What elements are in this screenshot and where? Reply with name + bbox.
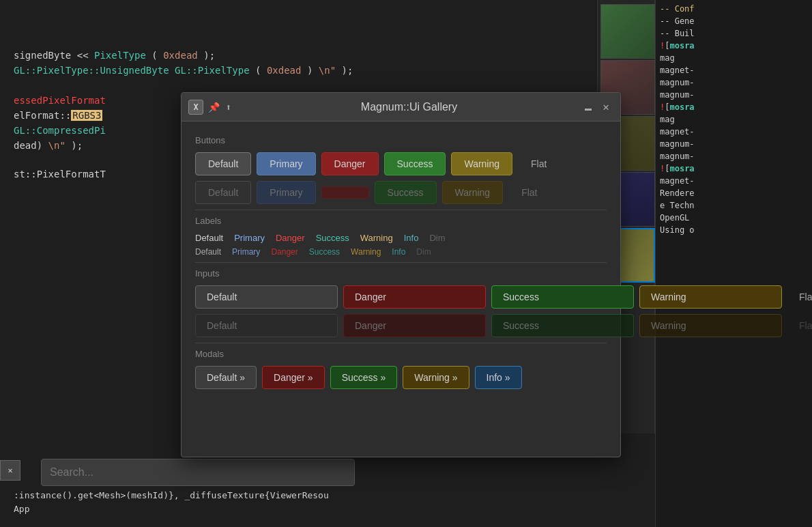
input-danger-dim — [343, 314, 486, 337]
buttons-section-label: Buttons — [195, 135, 607, 145]
buttons-row-1: Default Primary Danger Success Warning F… — [195, 152, 607, 175]
button-warning-dim: Warning — [442, 181, 504, 204]
button-success[interactable]: Success — [384, 152, 446, 175]
button-flat-dim: Flat — [508, 181, 550, 204]
pin-icon[interactable]: 📌 — [207, 101, 220, 113]
modal-btn-default[interactable]: Default » — [195, 366, 257, 389]
button-primary[interactable]: Primary — [257, 152, 315, 175]
inputs-row-2 — [195, 314, 607, 337]
button-success-dim: Success — [375, 181, 437, 204]
search-bar — [41, 459, 355, 486]
input-flat-dim — [787, 314, 812, 337]
button-danger[interactable]: Danger — [321, 152, 379, 175]
button-default[interactable]: Default — [195, 152, 251, 175]
input-warning-dim — [639, 314, 782, 337]
label-success: Success — [316, 233, 349, 243]
label-warning: Warning — [360, 233, 393, 243]
button-danger-dim — [321, 186, 369, 199]
labels-row-1: Default Primary Danger Success Warning I… — [195, 233, 607, 243]
input-success-dim — [491, 314, 634, 337]
label-info-sm: Info — [392, 247, 405, 257]
close-x-button[interactable]: ✕ — [0, 460, 20, 481]
input-default[interactable] — [195, 285, 338, 309]
window-icon: X — [188, 100, 203, 115]
right-panel-content: -- Conf -- Gene -- Buil ![mosra mag magn… — [660, 3, 808, 236]
labels-row-2: Default Primary Danger Success Warning I… — [195, 247, 607, 257]
label-dim: Dim — [429, 233, 445, 243]
modal-btn-danger[interactable]: Danger » — [262, 366, 325, 389]
search-input[interactable] — [50, 466, 346, 479]
divider-3 — [195, 343, 607, 343]
button-flat[interactable]: Flat — [518, 152, 560, 175]
label-dim-sm: Dim — [416, 247, 431, 257]
divider-2 — [195, 262, 607, 263]
input-success[interactable] — [491, 285, 634, 309]
labels-section-label: Labels — [195, 216, 607, 226]
code-line-2: GL::PixelType::UnsignedByte GL::PixelTyp… — [14, 63, 641, 78]
bottom-code: :instance().get<Mesh>(meshId)}, _diffuse… — [0, 486, 491, 527]
close-button[interactable]: ✕ — [598, 100, 613, 115]
modal-content: Buttons Default Primary Danger Success W… — [182, 122, 620, 400]
modal-dialog: X 📌 ⬆ Magnum::Ui Gallery 🗕 ✕ Buttons Def… — [181, 92, 621, 457]
code-line-1: signedByte << PixelType ( 0xdead ); — [14, 48, 641, 63]
input-default-dim — [195, 314, 338, 337]
label-primary-sm: Primary — [232, 247, 260, 257]
label-default: Default — [195, 233, 223, 243]
thumbnail-1 — [600, 4, 655, 59]
right-panel: -- Conf -- Gene -- Buil ![mosra mag magn… — [655, 0, 812, 527]
modal-btn-success[interactable]: Success » — [330, 366, 398, 389]
inputs-row-1 — [195, 285, 607, 309]
modal-btn-info[interactable]: Info » — [475, 366, 522, 389]
modals-section-label: Modals — [195, 349, 607, 359]
inputs-section-label: Inputs — [195, 268, 607, 279]
divider-1 — [195, 210, 607, 210]
modals-row: Default » Danger » Success » Warning » I… — [195, 366, 607, 389]
input-flat[interactable] — [787, 285, 812, 309]
modal-btn-warning[interactable]: Warning » — [403, 366, 469, 389]
minimize-button[interactable]: 🗕 — [581, 100, 596, 115]
bottom-code-line-1: :instance().get<Mesh>(meshId)}, _diffuse… — [14, 489, 478, 502]
bottom-code-line-2: App — [14, 502, 478, 516]
label-warning-sm: Warning — [351, 247, 381, 257]
window-title: Magnum::Ui Gallery — [237, 101, 581, 113]
label-danger: Danger — [276, 233, 305, 243]
modal-titlebar: X 📌 ⬆ Magnum::Ui Gallery 🗕 ✕ — [182, 93, 620, 122]
button-default-dim: Default — [195, 181, 251, 204]
label-danger-sm: Danger — [271, 247, 298, 257]
label-primary: Primary — [234, 233, 265, 243]
input-warning[interactable] — [639, 285, 782, 309]
label-info: Info — [404, 233, 419, 243]
expand-icon[interactable]: ⬆ — [222, 101, 235, 113]
label-success-sm: Success — [309, 247, 340, 257]
button-warning[interactable]: Warning — [451, 152, 512, 175]
label-default-sm: Default — [195, 247, 221, 257]
input-danger[interactable] — [343, 285, 486, 309]
button-primary-dim: Primary — [257, 181, 315, 204]
buttons-row-2: Default Primary Success Warning Flat — [195, 181, 607, 204]
